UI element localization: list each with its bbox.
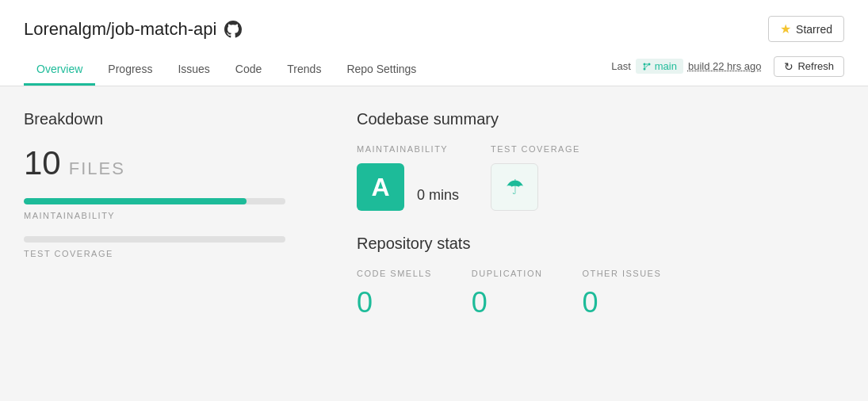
refresh-icon: ↻: [784, 60, 793, 73]
files-label: FILES: [69, 158, 125, 179]
codebase-maintainability-label: MAINTAINABILITY: [357, 144, 448, 154]
starred-button[interactable]: ★ Starred: [768, 16, 844, 42]
repo-stats-section: Repository stats CODE SMELLS 0 DUPLICATI…: [357, 235, 844, 319]
maintainability-metric: MAINTAINABILITY A 0 mins: [357, 144, 459, 211]
nav-item-progress[interactable]: Progress: [95, 55, 165, 86]
nav-item-trends[interactable]: Trends: [274, 55, 334, 86]
coverage-badge: ☂: [491, 163, 538, 211]
grade-badge: A: [357, 163, 404, 211]
starred-label: Starred: [796, 23, 832, 36]
svg-point-2: [648, 63, 650, 65]
file-count-row: 10 FILES: [24, 144, 325, 182]
branch-icon: [642, 62, 652, 71]
stats-row: CODE SMELLS 0 DUPLICATION 0 OTHER ISSUES…: [357, 269, 844, 319]
last-build-prefix: Last: [611, 60, 631, 72]
code-smells-stat: CODE SMELLS 0: [357, 269, 432, 319]
nav-row: Overview Progress Issues Code Trends Rep…: [24, 55, 844, 86]
test-coverage-metric: TEST COVERAGE ☂: [491, 144, 580, 211]
maintainability-fill: [24, 198, 247, 204]
repo-title: Lorenalgm/job-match-api: [24, 19, 242, 40]
svg-point-1: [643, 67, 645, 70]
main-content: Breakdown 10 FILES MAINTAINABILITY TEST …: [0, 86, 868, 343]
build-time: build 22 hrs ago: [688, 60, 762, 72]
branch-badge: main: [636, 59, 683, 74]
duplication-value: 0: [472, 286, 543, 319]
repo-stats-title: Repository stats: [357, 235, 844, 253]
star-icon: ★: [780, 21, 791, 36]
file-number: 10: [24, 144, 61, 182]
refresh-label: Refresh: [797, 60, 834, 72]
github-icon: [224, 21, 242, 38]
nav-item-code[interactable]: Code: [223, 55, 274, 86]
right-panel: Codebase summary MAINTAINABILITY A 0 min…: [357, 110, 844, 319]
metrics-section: MAINTAINABILITY A 0 mins TEST COVERAGE ☂: [357, 144, 844, 211]
maintainability-progress-bar: [24, 198, 285, 204]
svg-point-0: [643, 63, 645, 65]
codebase-title: Codebase summary: [357, 110, 844, 128]
left-panel: Breakdown 10 FILES MAINTAINABILITY TEST …: [24, 110, 325, 319]
test-coverage-bar-container: TEST COVERAGE: [24, 236, 325, 258]
header-top: Lorenalgm/job-match-api ★ Starred: [24, 16, 844, 55]
maintainability-bar-container: MAINTAINABILITY: [24, 198, 325, 220]
breakdown-title: Breakdown: [24, 110, 325, 128]
main-nav: Overview Progress Issues Code Trends Rep…: [24, 55, 429, 86]
refresh-button[interactable]: ↻ Refresh: [774, 56, 844, 77]
test-coverage-label: TEST COVERAGE: [24, 249, 325, 258]
code-smells-value: 0: [357, 286, 432, 319]
nav-item-repo-settings[interactable]: Repo Settings: [334, 55, 429, 86]
duplication-label: DUPLICATION: [472, 269, 543, 278]
page-header: Lorenalgm/job-match-api ★ Starred Overvi…: [0, 0, 868, 86]
metrics-row: MAINTAINABILITY A 0 mins TEST COVERAGE ☂: [357, 144, 844, 211]
other-issues-label: OTHER ISSUES: [582, 269, 661, 278]
nav-item-issues[interactable]: Issues: [165, 55, 222, 86]
umbrella-icon: ☂: [506, 175, 524, 200]
other-issues-value: 0: [582, 286, 661, 319]
repo-title-text: Lorenalgm/job-match-api: [24, 19, 216, 40]
svg-line-5: [645, 65, 648, 68]
duplication-stat: DUPLICATION 0: [472, 269, 543, 319]
nav-right: Last main build 22 hrs ago ↻ Refresh: [611, 56, 844, 85]
mins-value: 0 mins: [417, 187, 459, 204]
other-issues-stat: OTHER ISSUES 0: [582, 269, 661, 319]
branch-name: main: [655, 60, 677, 72]
test-coverage-progress-bar: [24, 236, 285, 243]
nav-item-overview[interactable]: Overview: [24, 55, 95, 86]
maintainability-label: MAINTAINABILITY: [24, 211, 325, 220]
codebase-test-coverage-label: TEST COVERAGE: [491, 144, 580, 154]
code-smells-label: CODE SMELLS: [357, 269, 432, 278]
